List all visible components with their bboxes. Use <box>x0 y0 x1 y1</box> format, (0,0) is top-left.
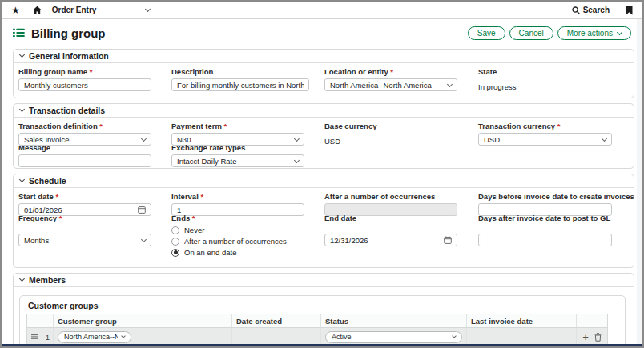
field-days-after: Days after invoice date to post to GL <box>478 214 612 246</box>
search-button[interactable]: Search <box>572 6 610 14</box>
last-invoice-date-column-header: Last invoice date <box>467 314 577 327</box>
transaction-currency-select[interactable]: USD <box>478 133 612 146</box>
ends-option-end-date[interactable]: On an end date <box>171 247 324 258</box>
days-after-input[interactable] <box>478 234 612 246</box>
cancel-button-label: Cancel <box>519 29 544 38</box>
section-schedule-header[interactable]: Schedule <box>14 174 634 188</box>
frequency-value: Months <box>24 236 49 245</box>
field-start-date: Start date 01/01/2026 <box>18 192 151 216</box>
exchange-rate-types-label: Exchange rate types <box>171 143 304 152</box>
ends-option-never-label: Never <box>184 226 204 234</box>
section-members: Members Customer groups Customer group D… <box>13 273 634 348</box>
description-label: Description <box>171 67 309 76</box>
section-members-header[interactable]: Members <box>14 274 634 287</box>
app-window: { "topbar": { "nav_label": "Order Entry"… <box>0 0 644 348</box>
field-transaction-currency: Transaction currency USD <box>478 122 612 146</box>
base-currency-label: Base currency <box>324 122 457 130</box>
field-description: Description For billing monthly customer… <box>171 67 309 91</box>
status-value: Active <box>332 333 352 341</box>
bookmark-icon[interactable] <box>626 6 633 15</box>
interval-label: Interval <box>171 192 304 201</box>
start-date-label: Start date <box>18 192 151 201</box>
transaction-definition-label: Transaction definition <box>18 122 151 130</box>
drag-column-header <box>27 314 42 327</box>
chevron-down-icon <box>447 81 453 86</box>
customer-groups-panel: Customer groups Customer group Date crea… <box>19 295 626 348</box>
location-label: Location or entity <box>324 67 457 76</box>
chevron-down-icon <box>294 157 300 162</box>
radio-selected-icon <box>171 249 179 257</box>
list-view-icon[interactable] <box>13 28 25 38</box>
section-transaction-header[interactable]: Transaction details <box>14 104 634 118</box>
transaction-currency-label: Transaction currency <box>478 122 612 130</box>
cancel-button[interactable]: Cancel <box>509 26 553 40</box>
chevron-down-icon <box>141 236 147 242</box>
ends-option-never[interactable]: Never <box>171 225 324 235</box>
customer-group-select[interactable]: North America--North . <box>58 331 131 343</box>
field-end-date: End date 12/31/2026 <box>324 214 457 246</box>
status-cell: Active <box>321 328 467 346</box>
frequency-select[interactable]: Months <box>18 234 151 246</box>
end-date-label: End date <box>324 214 457 222</box>
field-transaction-definition: Transaction definition Sales Invoice <box>18 122 151 146</box>
section-schedule: Schedule Start date 01/01/2026 Interval … <box>13 174 634 268</box>
field-days-before: Days before invoice date to create invoi… <box>478 192 612 216</box>
field-ends: Ends Never After a number of occurrences… <box>171 214 324 258</box>
header-actions: Save Cancel More actions <box>468 26 631 40</box>
message-input[interactable] <box>18 154 151 167</box>
save-button-label: Save <box>477 29 496 38</box>
top-bar-right: Search <box>572 6 633 15</box>
section-members-title: Members <box>29 275 66 285</box>
more-actions-button[interactable]: More actions <box>557 26 631 40</box>
section-general-title: General information <box>29 51 109 61</box>
location-value: North America--North America <box>330 81 432 90</box>
end-date-input[interactable]: 12/31/2026 <box>324 234 457 246</box>
actions-column-header <box>577 314 607 327</box>
interval-value: 1 <box>177 206 181 214</box>
add-row-icon[interactable]: + <box>582 332 589 342</box>
occurrences-label: After a number of occurrences <box>324 192 457 201</box>
payment-term-value: N30 <box>177 135 191 144</box>
home-icon[interactable] <box>33 6 42 14</box>
date-created-value: -- <box>232 328 321 346</box>
drag-handle-icon[interactable] <box>27 328 42 346</box>
section-general-header[interactable]: General information <box>14 50 634 63</box>
table-header-row: Customer group Date created Status Last … <box>27 314 607 328</box>
description-input[interactable]: For billing monthly customers in North A… <box>171 78 309 91</box>
chevron-down-icon <box>452 334 457 338</box>
trash-icon[interactable] <box>594 333 602 342</box>
section-general-information: General information Billing group name M… <box>13 49 634 98</box>
module-picker[interactable]: Order Entry <box>52 6 150 14</box>
save-button[interactable]: Save <box>468 26 505 40</box>
customer-group-cell: North America--North . <box>54 328 232 346</box>
row-number: 1 <box>42 328 54 346</box>
field-message: Message <box>18 143 151 167</box>
description-value: For billing monthly customers in North A… <box>177 81 304 90</box>
collapse-chevron-icon <box>19 177 25 182</box>
field-state: State In progress <box>478 67 612 91</box>
collapse-chevron-icon <box>19 106 25 112</box>
top-bar: ★ Order Entry Search <box>2 2 642 19</box>
calendar-icon[interactable] <box>138 206 146 214</box>
state-label: State <box>478 67 612 76</box>
calendar-icon[interactable] <box>444 236 452 244</box>
radio-icon <box>171 238 179 246</box>
exchange-rate-types-value: Intacct Daily Rate <box>177 157 236 166</box>
radio-icon <box>171 226 179 234</box>
exchange-rate-types-select[interactable]: Intacct Daily Rate <box>171 154 304 167</box>
page-title: Billing group <box>31 26 105 40</box>
field-billing-group-name: Billing group name Monthly customers <box>18 67 151 91</box>
status-select[interactable]: Active <box>325 331 462 343</box>
billing-group-name-input[interactable]: Monthly customers <box>18 78 151 91</box>
message-label: Message <box>18 143 151 152</box>
chevron-down-icon <box>121 334 126 338</box>
ends-option-occurrences[interactable]: After a number of occurrences <box>171 236 324 246</box>
location-select[interactable]: North America--North America <box>324 78 457 91</box>
transaction-definition-value: Sales Invoice <box>24 135 70 144</box>
transaction-currency-value: USD <box>484 135 500 144</box>
top-bar-left: ★ Order Entry <box>11 6 150 15</box>
vertical-scrollbar[interactable] <box>637 19 642 344</box>
page-header: Billing group Save Cancel More actions <box>2 20 642 46</box>
search-icon <box>572 6 580 14</box>
favorites-star-icon[interactable]: ★ <box>11 6 20 15</box>
